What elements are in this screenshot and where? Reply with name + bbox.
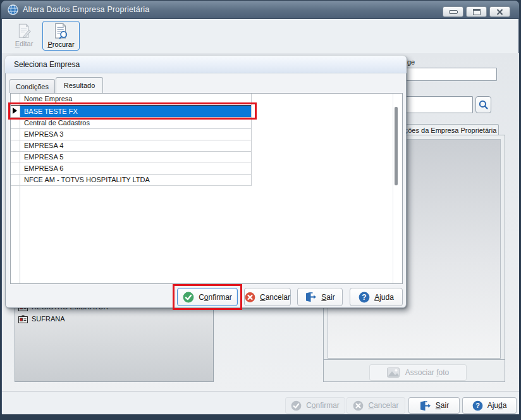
help-icon: ?	[472, 400, 483, 411]
table-row[interactable]: EMPRESA 6	[20, 163, 251, 174]
window-title: Altera Dados Empresa Proprietária	[23, 5, 149, 14]
footer-sair-button[interactable]: Sair	[408, 397, 460, 414]
image-icon	[387, 368, 400, 378]
search-document-icon	[52, 23, 70, 39]
dialog-ajuda-label: Ajuda	[374, 293, 394, 302]
column-right-border	[251, 94, 252, 186]
table-row[interactable]: Central de Cadastros	[20, 117, 251, 128]
registry-badge-icon	[18, 315, 28, 323]
footer-sair-label: Sair	[436, 401, 449, 410]
table-row[interactable]: EMPRESA 5	[20, 151, 251, 163]
row-marker-icon	[13, 108, 17, 114]
dialog-sair-label: Sair	[321, 293, 334, 302]
table-row[interactable]: EMPRESA 3	[20, 128, 251, 140]
footer-confirmar-label: Confirmar	[306, 401, 340, 410]
row-separator	[11, 151, 251, 152]
footer-cancelar-button[interactable]: Cancelar	[346, 397, 405, 414]
footer-ajuda-label: Ajuda	[487, 401, 507, 410]
dialog-cancelar-label: Cancelar	[260, 293, 290, 302]
cancel-icon	[245, 292, 255, 303]
dialog-header: Seleciona Empresa	[5, 56, 407, 73]
footer-cancelar-label: Cancelar	[368, 401, 398, 410]
globe-icon	[8, 4, 18, 15]
minimize-icon	[449, 10, 458, 14]
minimize-button[interactable]	[443, 6, 463, 17]
dialog-confirmar-label: Confirmar	[199, 293, 232, 302]
row-separator	[11, 174, 251, 175]
procurar-button[interactable]: Procurar	[42, 21, 80, 51]
confirm-icon	[183, 292, 194, 303]
edit-document-icon	[16, 23, 33, 39]
row-separator	[11, 185, 251, 186]
table-scrollbar-thumb[interactable]	[395, 107, 398, 185]
table-row[interactable]: EMPRESA 4	[20, 140, 251, 151]
search-button[interactable]	[475, 96, 491, 113]
svg-text:?: ?	[475, 402, 480, 409]
exit-door-icon	[305, 292, 317, 302]
cancel-icon	[353, 400, 364, 411]
dialog-title: Seleciona Empresa	[14, 60, 80, 69]
search-icon	[479, 100, 488, 109]
dialog-cancelar-button[interactable]: Cancelar	[244, 288, 291, 306]
footer-confirmar-button[interactable]: Confirmar	[285, 397, 345, 414]
table-row[interactable]: NFCE AM - TOTVS HOSPITALITY LTDA	[20, 174, 251, 185]
editar-label: Editar	[15, 40, 34, 47]
row-separator	[11, 128, 251, 129]
dialog-ajuda-button[interactable]: ? Ajuda	[350, 288, 403, 306]
row-separator	[11, 163, 251, 163]
table-row-selected[interactable]: BASE TESTE FX	[20, 106, 251, 117]
tab-condicoes-label: Condições	[16, 83, 49, 90]
close-button[interactable]	[489, 6, 510, 17]
confirm-icon	[291, 400, 302, 411]
photo-actions-bar: Associar foto	[324, 359, 505, 381]
tab-resultado[interactable]: Resultado	[56, 77, 103, 93]
row-separator	[11, 140, 251, 140]
empresa-table: Nome Empresa BASE TESTE FX Central de Ca…	[10, 93, 403, 284]
tab-resultado-label: Resultado	[64, 82, 95, 89]
row-separator	[11, 117, 251, 118]
homepage-label-fragment: ge	[407, 58, 415, 66]
footer-ajuda-button[interactable]: ? Ajuda	[462, 397, 517, 414]
column-header-nome-empresa: Nome Empresa	[24, 95, 72, 102]
editar-button[interactable]: Editar	[8, 22, 40, 50]
dialog-confirmar-button[interactable]: Confirmar	[177, 288, 238, 306]
maximize-button[interactable]	[466, 6, 487, 17]
list-item-label: SUFRANA	[32, 315, 65, 323]
associar-foto-button[interactable]: Associar foto	[369, 364, 467, 381]
tab-condicoes[interactable]: Condições	[9, 79, 55, 93]
list-item[interactable]: SUFRANA	[15, 314, 205, 324]
exit-door-icon	[419, 400, 431, 411]
svg-text:?: ?	[362, 293, 366, 302]
associar-foto-label: Associar foto	[405, 368, 449, 377]
procurar-label: Procurar	[47, 40, 74, 48]
maximize-icon	[473, 9, 481, 15]
close-icon	[496, 9, 503, 15]
scrollbar-track[interactable]	[393, 94, 393, 283]
owner-info-tab[interactable]: ções da Empresa Proprietária	[402, 124, 499, 135]
help-icon: ?	[359, 292, 370, 303]
owner-info-tab-label: ções da Empresa Proprietária	[405, 127, 497, 134]
dialog-sair-button[interactable]: Sair	[297, 288, 343, 306]
